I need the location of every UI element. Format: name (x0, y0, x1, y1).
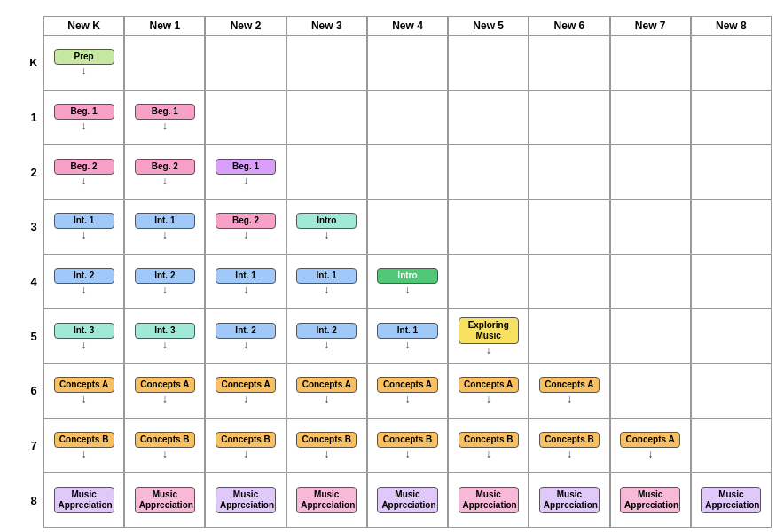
cell-box-r8-c2: Music Appreciation (216, 487, 276, 513)
grid-row-1: 1Beg. 1↓Beg. 1↓ (24, 90, 772, 145)
grid-row-6: 6Concepts A↓Concepts A↓Concepts A↓Concep… (24, 364, 772, 419)
grid-row-2: 2Beg. 2↓Beg. 2↓Beg. 1↓ (24, 145, 772, 200)
cell-box-r7-c2: Concepts B (216, 432, 276, 448)
cell-r5-c5: Exploring Music↓ (448, 309, 529, 364)
cell-r4-c2: Int. 1↓ (205, 254, 286, 309)
cell-box-r6-c0: Concepts A (54, 377, 114, 393)
cell-r1-c2 (205, 90, 286, 145)
cell-r2-c0: Beg. 2↓ (43, 145, 124, 200)
cell-r7-c3: Concepts B↓ (286, 419, 367, 473)
arrow-r7-c3: ↓ (324, 449, 329, 459)
arrow-r3-c0: ↓ (82, 230, 87, 240)
cell-box-r7-c3: Concepts B (296, 432, 357, 448)
cell-box-r7-c6: Concepts B (539, 432, 600, 448)
cell-box-r4-c4: Intro (377, 268, 437, 284)
cell-r4-c7 (610, 254, 691, 309)
cell-r1-c5 (448, 90, 529, 145)
cell-r1-c8 (691, 90, 772, 145)
cell-r2-c3 (286, 145, 367, 200)
arrow-r7-c2: ↓ (243, 449, 248, 459)
cell-box-r4-c1: Int. 2 (135, 268, 195, 284)
cell-r7-c5: Concepts B↓ (448, 419, 529, 473)
cell-box-r6-c6: Concepts A (539, 377, 600, 393)
cell-r2-c8 (691, 145, 772, 200)
cell-r8-c5: Music Appreciation (448, 473, 529, 528)
cell-r6-c1: Concepts A↓ (124, 364, 205, 419)
cell-r4-c6 (529, 254, 609, 309)
header-row: New KNew 1New 2New 3New 4New 5New 6New 7… (24, 16, 772, 35)
cell-box-r8-c3: Music Appreciation (296, 487, 357, 513)
cell-r5-c8 (691, 309, 772, 364)
cell-box-r1-c1: Beg. 1 (135, 104, 195, 120)
cell-r1-c6 (529, 90, 609, 145)
cell-r1-c1: Beg. 1↓ (124, 90, 205, 145)
cell-r0-c8 (691, 35, 772, 90)
cell-r7-c1: Concepts B↓ (124, 419, 205, 473)
cell-box-r6-c3: Concepts A (296, 377, 357, 393)
arrow-r1-c1: ↓ (162, 121, 168, 131)
cell-r2-c2: Beg. 1↓ (205, 145, 286, 200)
cell-r7-c6: Concepts B↓ (529, 419, 609, 473)
arrow-r7-c4: ↓ (404, 449, 410, 459)
arrow-r7-c0: ↓ (82, 449, 87, 459)
col-header-1: New 1 (124, 16, 205, 35)
cell-box-r5-c3: Int. 2 (296, 323, 357, 339)
arrow-r6-c5: ↓ (486, 394, 491, 404)
cell-r3-c3: Intro↓ (286, 200, 367, 254)
cell-box-r3-c0: Int. 1 (54, 213, 114, 229)
arrow-r6-c0: ↓ (82, 394, 87, 404)
cell-r3-c8 (691, 200, 772, 254)
cell-box-r8-c1: Music Appreciation (135, 487, 195, 513)
cell-r6-c8 (691, 364, 772, 419)
arrow-r7-c7: ↓ (647, 449, 653, 459)
arrow-r2-c2: ↓ (243, 176, 248, 186)
cell-r5-c6 (529, 309, 609, 364)
cell-box-r4-c2: Int. 1 (216, 268, 276, 284)
grid-row-4: 4Int. 2↓Int. 2↓Int. 1↓Int. 1↓Intro↓ (24, 254, 772, 309)
cell-box-r6-c1: Concepts A (135, 377, 195, 393)
row-label-1: 1 (24, 90, 43, 145)
arrow-r7-c1: ↓ (162, 449, 168, 459)
cell-r8-c3: Music Appreciation (286, 473, 367, 528)
cell-r5-c2: Int. 2↓ (205, 309, 286, 364)
cell-box-r3-c1: Int. 1 (135, 213, 195, 229)
cell-r0-c6 (529, 35, 609, 90)
cell-box-r5-c5: Exploring Music (459, 317, 519, 344)
cell-box-r8-c6: Music Appreciation (539, 487, 600, 513)
cell-r8-c4: Music Appreciation (367, 473, 448, 528)
cell-r4-c5 (448, 254, 529, 309)
col-header-4: New 4 (367, 16, 448, 35)
cell-box-r8-c5: Music Appreciation (459, 487, 519, 513)
cell-r5-c0: Int. 3↓ (43, 309, 124, 364)
cell-r6-c0: Concepts A↓ (43, 364, 124, 419)
cell-box-r7-c5: Concepts B (459, 432, 519, 448)
grid-row-8: 8Music AppreciationMusic AppreciationMus… (24, 473, 772, 528)
cell-r4-c1: Int. 2↓ (124, 254, 205, 309)
cell-r3-c4 (367, 200, 448, 254)
cell-box-r7-c7: Concepts A (620, 432, 680, 448)
grid-container: New KNew 1New 2New 3New 4New 5New 6New 7… (24, 16, 772, 528)
cell-r2-c4 (367, 145, 448, 200)
cell-r7-c4: Concepts B↓ (367, 419, 448, 473)
cell-box-r3-c2: Beg. 2 (216, 213, 276, 229)
arrow-r4-c3: ↓ (324, 285, 329, 295)
cell-box-r0-c0: Prep (54, 49, 114, 65)
arrow-r4-c4: ↓ (404, 285, 410, 295)
cell-box-r5-c4: Int. 1 (377, 323, 437, 339)
cell-r3-c1: Int. 1↓ (124, 200, 205, 254)
cell-r6-c3: Concepts A↓ (286, 364, 367, 419)
row-label-4: 4 (24, 254, 43, 309)
cell-box-r7-c1: Concepts B (135, 432, 195, 448)
cell-box-r1-c0: Beg. 1 (54, 104, 114, 120)
cell-r4-c0: Int. 2↓ (43, 254, 124, 309)
arrow-r5-c5: ↓ (486, 345, 491, 356)
cell-r6-c4: Concepts A↓ (367, 364, 448, 419)
cell-r4-c3: Int. 1↓ (286, 254, 367, 309)
cell-box-r4-c0: Int. 2 (54, 268, 114, 284)
arrow-r5-c4: ↓ (404, 340, 410, 350)
cell-box-r8-c4: Music Appreciation (377, 487, 437, 513)
cell-r2-c1: Beg. 2↓ (124, 145, 205, 200)
arrow-r2-c0: ↓ (82, 176, 87, 186)
cell-r8-c8: Music Appreciation (691, 473, 772, 528)
cell-box-r8-c0: Music Appreciation (54, 487, 114, 513)
